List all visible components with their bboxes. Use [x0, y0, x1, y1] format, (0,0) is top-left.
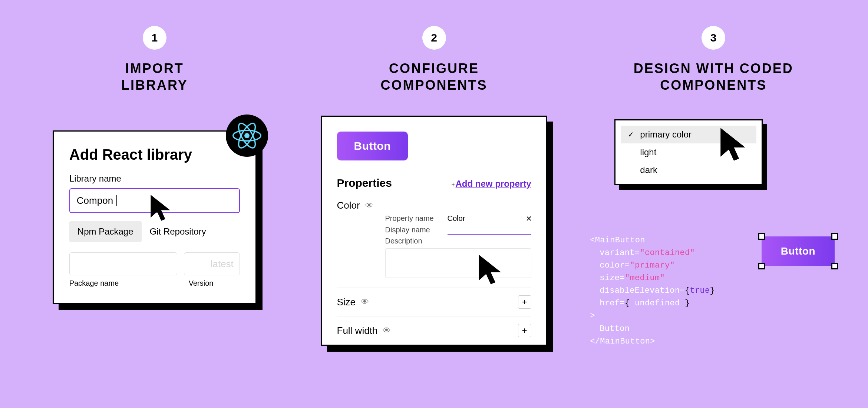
- color-dropdown[interactable]: ✓primary colorlightdark: [614, 119, 763, 185]
- dropdown-option-label: dark: [640, 165, 657, 175]
- svg-point-0: [244, 133, 250, 138]
- library-name-input[interactable]: Compon: [69, 188, 240, 213]
- step-3: 3 DESIGN WITH CODEDCOMPONENTS ✓primary c…: [588, 26, 838, 382]
- package-name-label: Package name: [69, 279, 182, 288]
- clear-icon[interactable]: ✕: [526, 214, 532, 223]
- dropdown-option[interactable]: ✓primary color: [621, 126, 756, 143]
- resize-handle[interactable]: [758, 263, 765, 269]
- property-name-input[interactable]: Color: [448, 214, 531, 223]
- dropdown-option-label: primary color: [640, 129, 692, 140]
- display-name-input[interactable]: [448, 225, 531, 235]
- text-caret: [114, 195, 117, 206]
- configure-card: Button Properties + Add new property Col…: [321, 116, 547, 346]
- description-label: Description: [385, 237, 441, 245]
- import-card: Add React library Library name Compon Np…: [53, 130, 257, 304]
- property-fullwidth-label: Full width: [337, 325, 378, 336]
- property-color: Color 👁 Property name Color ✕ Display na…: [337, 198, 531, 288]
- display-name-label: Display name: [385, 226, 441, 234]
- package-name-input[interactable]: [69, 252, 177, 275]
- react-icon: [226, 115, 268, 157]
- property-size-label: Size: [337, 296, 356, 308]
- code-preview: <MainButton variant="contained" color="p…: [590, 234, 715, 348]
- step-badge-2: 2: [422, 26, 446, 50]
- design-button-label: Button: [781, 245, 815, 257]
- expand-button[interactable]: +: [518, 324, 531, 337]
- tab-git-repository[interactable]: Git Repository: [142, 221, 214, 242]
- preview-button[interactable]: Button: [337, 132, 408, 160]
- step-badge-1: 1: [143, 26, 166, 50]
- property-size[interactable]: Size👁 +: [337, 288, 531, 316]
- dropdown-option[interactable]: light: [621, 143, 756, 161]
- step-title-3: DESIGN WITH CODEDCOMPONENTS: [634, 60, 793, 93]
- dropdown-option[interactable]: dark: [621, 161, 756, 179]
- description-input[interactable]: [385, 248, 531, 278]
- step-2: 2 CONFIGURECOMPONENTS Button Properties …: [309, 26, 559, 382]
- property-name-label: Property name: [385, 214, 441, 223]
- resize-handle[interactable]: [831, 263, 838, 269]
- properties-heading: Properties: [337, 177, 392, 189]
- step-title-1: IMPORTLIBRARY: [121, 60, 188, 93]
- property-full-width[interactable]: Full width👁 +: [337, 316, 531, 345]
- visibility-icon[interactable]: 👁: [383, 326, 391, 335]
- visibility-icon[interactable]: 👁: [361, 297, 369, 307]
- step-title-2: CONFIGURECOMPONENTS: [381, 60, 488, 93]
- step-1: 1 IMPORTLIBRARY Add React library Librar…: [30, 26, 280, 382]
- check-icon: ✓: [627, 130, 635, 139]
- add-property-link[interactable]: + Add new property: [451, 179, 531, 189]
- resize-handle[interactable]: [758, 233, 765, 240]
- library-name-value: Compon: [77, 195, 113, 206]
- version-input[interactable]: latest: [184, 252, 240, 275]
- resize-handle[interactable]: [831, 233, 838, 240]
- library-name-label: Library name: [69, 173, 240, 184]
- visibility-icon[interactable]: 👁: [365, 201, 373, 210]
- version-placeholder: latest: [211, 258, 234, 270]
- property-color-name: Color: [337, 200, 360, 211]
- source-tabs: Npm Package Git Repository: [69, 221, 240, 242]
- design-canvas-button[interactable]: Button: [762, 236, 835, 266]
- dropdown-option-label: light: [640, 147, 656, 157]
- tab-npm-package[interactable]: Npm Package: [69, 221, 142, 242]
- version-label: Version: [189, 279, 240, 288]
- import-heading: Add React library: [69, 146, 240, 163]
- step-badge-3: 3: [702, 26, 725, 50]
- expand-button[interactable]: +: [518, 295, 531, 309]
